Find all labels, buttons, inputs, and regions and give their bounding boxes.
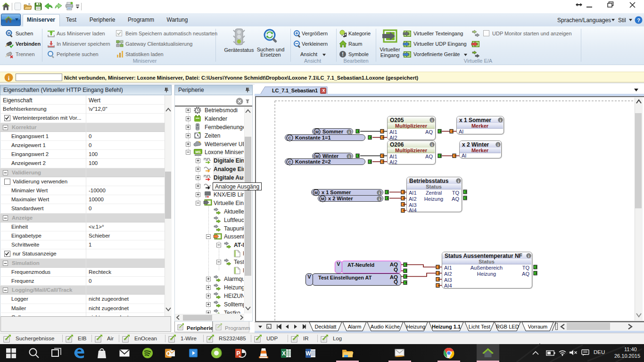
svg-text:i: i <box>8 74 10 82</box>
svg-text:X: X <box>282 350 286 357</box>
svg-text:?: ? <box>637 17 640 23</box>
svg-text:Heizung: Heizung <box>406 324 425 329</box>
svg-text:!: ! <box>342 51 344 57</box>
svg-text:MS: MS <box>195 150 200 154</box>
svg-text:W: W <box>305 350 311 357</box>
svg-text:Alarm: Alarm <box>348 324 362 329</box>
svg-text:RGB LED: RGB LED <box>496 324 519 329</box>
svg-text:M: M <box>8 32 10 35</box>
svg-text:Licht Test: Licht Test <box>469 324 490 329</box>
svg-text:Heizung 1.1: Heizung 1.1 <box>432 324 461 329</box>
svg-text:Audio Küche: Audio Küche <box>371 324 400 329</box>
svg-text:P: P <box>236 350 240 357</box>
svg-text:Vorraum: Vorraum <box>528 324 548 329</box>
svg-text:Deckblatt: Deckblatt <box>315 324 337 329</box>
